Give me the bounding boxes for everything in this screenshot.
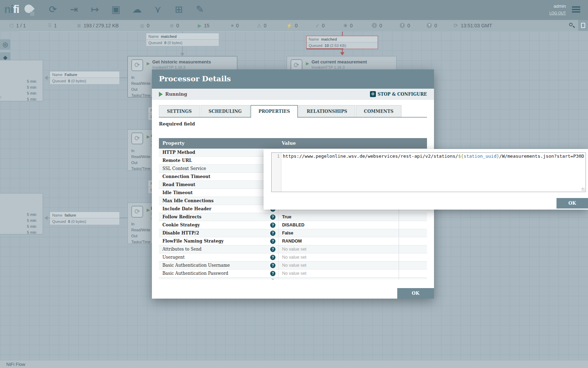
- help-icon[interactable]: ?: [270, 223, 275, 228]
- invalid-icon: ⚠: [257, 23, 261, 28]
- tab-settings[interactable]: SETTINGS: [159, 105, 200, 117]
- help-icon[interactable]: ?: [270, 247, 275, 252]
- help-icon[interactable]: ?: [270, 214, 275, 220]
- table-row[interactable]: Disable HTTP/2?False: [159, 229, 427, 237]
- dialog-header: Processor Details: [152, 69, 434, 89]
- connection-arrowhead: [180, 53, 184, 56]
- gear-icon: ⚙: [370, 91, 376, 97]
- threads-count: 1: [54, 23, 57, 28]
- help-icon[interactable]: ?: [270, 263, 275, 268]
- processor-stat-values: 5 min 5 min 5 min 5 min: [27, 79, 36, 102]
- processor-node[interactable]: 5 min 5 min 5 min 5 min: [0, 193, 43, 234]
- breadcrumb[interactable]: NiFi Flow: [0, 361, 588, 368]
- processor-type-icon: ⟳: [131, 206, 143, 218]
- logout-link[interactable]: LOG OUT: [550, 11, 566, 15]
- processor-type: InvokeHTTP 1.16.3: [152, 65, 186, 69]
- table-row-partial[interactable]: ?: [159, 278, 427, 279]
- breadcrumb-root[interactable]: NiFi Flow: [6, 362, 25, 367]
- remote-process-group-icon[interactable]: ☁: [131, 3, 143, 16]
- search-icon[interactable]: [569, 22, 575, 29]
- stopped-icon: ■: [231, 23, 233, 28]
- table-header: Property Value: [159, 138, 427, 149]
- dialog-title: Processor Details: [159, 74, 231, 83]
- running-count: 15: [204, 23, 210, 28]
- locally-modified-stale-icon: !: [400, 23, 405, 28]
- funnel-icon[interactable]: ⋎: [152, 3, 164, 16]
- tab-comments[interactable]: COMMENTS: [356, 105, 401, 117]
- processor-stat-labels: In Read/Write Out Tasks/Time: [131, 148, 150, 172]
- tab-relationships[interactable]: RELATIONSHIPS: [299, 105, 355, 117]
- not-transmitting-count: 0: [176, 23, 179, 28]
- processor-node[interactable]: r 5 min 5 min 5 min 5 min: [0, 60, 43, 101]
- value-code-line[interactable]: https://www.pegelonline.wsv.de/webservic…: [281, 153, 584, 192]
- connection-label-failure[interactable]: Name Failure Queued 0 (0 bytes): [50, 71, 120, 84]
- tab-scheduling[interactable]: SCHEDULING: [201, 105, 250, 117]
- operate-panel-toggle[interactable]: [578, 20, 588, 31]
- processor-stat-labels: In Read/Write Out Tasks/Time: [131, 221, 150, 245]
- running-icon: ▶: [198, 23, 202, 28]
- help-icon[interactable]: ?: [270, 271, 275, 276]
- input-port-icon[interactable]: ⇥: [68, 3, 80, 16]
- locally-modified-count: 0: [350, 23, 353, 28]
- table-row[interactable]: FlowFile Naming Strategy?RANDOM: [159, 237, 427, 245]
- selected-connection-highlight: [307, 48, 343, 49]
- dialog-status-row: Running ⚙ STOP & CONFIGURE: [152, 89, 434, 100]
- running-status-label: Running: [165, 91, 187, 97]
- flow-status-bar: ⬡1 / 1 ⠿1 ≣193 / 279.12 KB ◎0 ⊘0 ▶15 ■0 …: [0, 20, 588, 31]
- refresh-icon[interactable]: ⟳: [454, 22, 458, 29]
- connection-label-matched[interactable]: Name matched Queued 0 (0 bytes): [146, 33, 219, 46]
- global-menu-icon[interactable]: [572, 6, 580, 13]
- required-field-note: Required field: [159, 121, 195, 127]
- output-port-icon[interactable]: ↦: [89, 3, 101, 16]
- help-icon[interactable]: ?: [270, 239, 275, 244]
- expression-variable: station_uuid: [464, 154, 497, 159]
- template-icon[interactable]: ⊞: [173, 3, 185, 16]
- stop-and-configure-button[interactable]: ⚙ STOP & CONFIGURE: [370, 91, 427, 97]
- connection-label-matched-selected[interactable]: Name matched Queued 10 (2.53 KB): [306, 36, 378, 49]
- property-column-header: Property: [159, 138, 278, 149]
- queued-icon: ≣: [77, 23, 81, 28]
- processor-type: InvokeHTTP 1.16.3: [312, 65, 345, 69]
- connection-arrowhead: [44, 216, 48, 220]
- table-row[interactable]: Useragent?No value set: [159, 253, 427, 261]
- value-column-header: Value: [278, 138, 399, 149]
- line-number-gutter: 1: [272, 153, 281, 192]
- running-indicator-icon: ▶: [147, 61, 150, 66]
- connection-arrowhead: [44, 76, 48, 80]
- processor-stat-values: 5 min 5 min 5 min 5 min: [27, 212, 36, 236]
- table-row[interactable]: Cookie Strategy?DISABLED: [159, 221, 427, 229]
- table-row[interactable]: Attributes to Send?No value set: [159, 245, 427, 253]
- dialog-ok-button[interactable]: OK: [397, 288, 434, 299]
- cluster-icon: ⬡: [9, 23, 14, 28]
- tab-properties[interactable]: PROPERTIES: [251, 105, 298, 118]
- transmitting-icon: ◎: [140, 23, 144, 28]
- stale-icon: ↑: [372, 23, 377, 28]
- help-icon[interactable]: ?: [270, 231, 275, 236]
- table-row[interactable]: Basic Authentication Username?No value s…: [159, 261, 427, 270]
- view-icon[interactable]: ◎: [0, 39, 10, 50]
- connection-label-failure[interactable]: Name failure Queued 0 (0 bytes): [50, 212, 120, 225]
- process-group-icon[interactable]: ▣: [110, 3, 122, 16]
- help-icon[interactable]: ?: [270, 255, 275, 260]
- table-row[interactable]: Follow Redirects?True: [159, 213, 427, 221]
- table-row[interactable]: Basic Authentication Password?No value s…: [159, 270, 427, 278]
- processor-name: Get historic measurements: [152, 59, 211, 64]
- editor-ok-button[interactable]: OK: [556, 198, 588, 209]
- help-icon[interactable]: ?: [270, 279, 275, 279]
- alignment-guide: [20, 31, 342, 32]
- locally-modified-icon: ✱: [343, 23, 348, 28]
- panel-icon: [581, 23, 585, 28]
- label-icon[interactable]: ✎: [194, 3, 206, 16]
- invalid-count: 0: [264, 23, 267, 28]
- up-to-date-count: 0: [322, 23, 325, 28]
- threads-icon: ⠿: [48, 23, 51, 28]
- value-editor-popup: 1 https://www.pegelonline.wsv.de/webserv…: [264, 149, 588, 210]
- disabled-icon: ⚡: [286, 23, 292, 28]
- resize-handle-icon[interactable]: [582, 188, 585, 191]
- stale-count: 0: [379, 23, 382, 28]
- not-transmitting-icon: ⊘: [170, 23, 174, 28]
- dialog-tabs: SETTINGS SCHEDULING PROPERTIES RELATIONS…: [159, 105, 427, 117]
- queued-total: 193 / 279.12 KB: [84, 23, 119, 28]
- processor-icon[interactable]: ⟳: [47, 3, 59, 16]
- value-editor[interactable]: 1 https://www.pegelonline.wsv.de/webserv…: [271, 152, 586, 192]
